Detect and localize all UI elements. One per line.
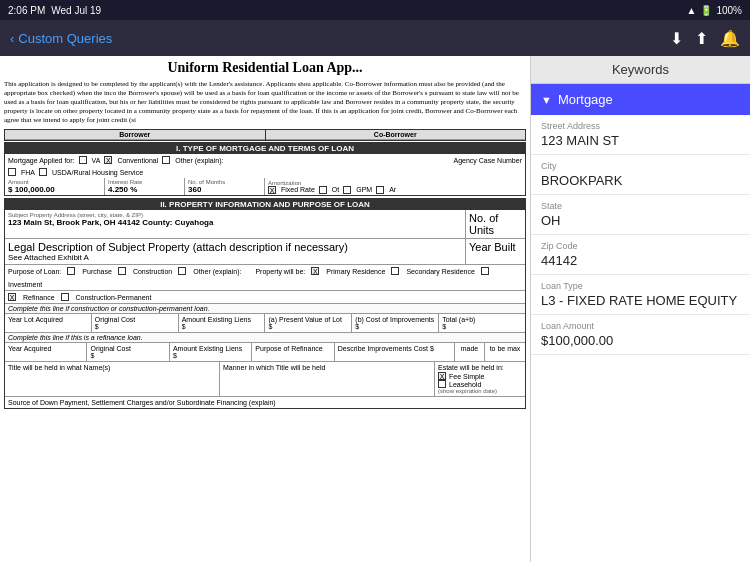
existing-liens-val: $: [182, 323, 262, 330]
property-address-value: 123 Main St, Brook Park, OH 44142 County…: [8, 218, 462, 227]
usda-checkbox[interactable]: [39, 168, 47, 176]
status-day: Wed Jul 19: [51, 5, 101, 16]
section2-header: II. PROPERTY INFORMATION AND PURPOSE OF …: [5, 199, 525, 210]
document-intro: This application is designed to be compl…: [4, 80, 526, 125]
keyword-label-0: Street Address: [541, 121, 740, 131]
months-value: 360: [188, 185, 261, 194]
status-time: 2:06 PM: [8, 5, 45, 16]
keyword-value-4: L3 - FIXED RATE HOME EQUITY: [541, 293, 740, 308]
keyword-value-3: 44142: [541, 253, 740, 268]
other-checkbox[interactable]: [162, 156, 170, 164]
keyword-label-3: Zip Code: [541, 241, 740, 251]
fee-simple-checkbox[interactable]: X: [438, 372, 446, 380]
construction-checkbox[interactable]: [118, 267, 126, 275]
main-content: Uniform Residential Loan App... This app…: [0, 56, 750, 562]
agency-case-label: Agency Case Number: [454, 157, 522, 164]
gpm-checkbox[interactable]: [343, 186, 351, 194]
share-icon[interactable]: ⬆: [695, 29, 708, 48]
fee-simple-label: Fee Simple: [449, 373, 484, 380]
investment-checkbox[interactable]: [481, 267, 489, 275]
const-perm-label: Construction-Permanent: [76, 294, 152, 301]
orig-cost-label: Original Cost: [95, 316, 175, 323]
mortgage-type-row: Mortgage Applied for: VA X Conventional …: [5, 154, 525, 166]
back-button[interactable]: ‹ Custom Queries: [10, 31, 112, 46]
source-row: Source of Down Payment, Settlement Charg…: [5, 397, 525, 408]
notification-icon[interactable]: 🔔: [720, 29, 740, 48]
nav-bar: ‹ Custom Queries ⬇ ⬆ 🔔: [0, 20, 750, 56]
refinance-label: Refinance: [23, 294, 55, 301]
keyword-label-1: City: [541, 161, 740, 171]
keyword-value-5: $100,000.00: [541, 333, 740, 348]
const-perm-checkbox[interactable]: [61, 293, 69, 301]
keyword-field-4: Loan Type L3 - FIXED RATE HOME EQUITY: [531, 275, 750, 315]
primary-label: Primary Residence: [326, 268, 385, 275]
manner-label: Manner in which Title will be held: [223, 364, 431, 371]
va-checkbox[interactable]: [79, 156, 87, 164]
refi-orig-cost-val: $: [90, 352, 165, 359]
wifi-icon: ▲: [687, 5, 697, 16]
other-purpose-label: Other (explain):: [193, 268, 241, 275]
total-val: $: [442, 323, 522, 330]
property-will-be-label: Property will be:: [255, 268, 305, 275]
keyword-field-0: Street Address 123 MAIN ST: [531, 115, 750, 155]
refi-orig-cost-label: Original Cost: [90, 345, 165, 352]
keyword-field-2: State OH: [531, 195, 750, 235]
other-amort-checkbox[interactable]: [319, 186, 327, 194]
refi-existing-liens-label: Amount Existing Liens: [173, 345, 248, 352]
va-label: VA: [92, 157, 101, 164]
dropdown-arrow-icon: ▼: [541, 94, 552, 106]
fha-label: FHA: [21, 169, 35, 176]
to-be-max-label: to be max: [488, 345, 522, 352]
refinance-table-header: Complete this line if this is a refinanc…: [5, 333, 525, 343]
interest-value: 4.250 %: [108, 185, 181, 194]
total-label: Total (a+b): [442, 316, 522, 323]
no-units-label: No. of Units: [469, 212, 522, 236]
mortgage-dropdown[interactable]: ▼ Mortgage: [531, 84, 750, 115]
keyword-label-5: Loan Amount: [541, 321, 740, 331]
fixed-rate-label: Fixed Rate: [281, 186, 315, 193]
back-label[interactable]: Custom Queries: [18, 31, 112, 46]
battery-icon: 🔋: [700, 5, 712, 16]
arm-checkbox[interactable]: [376, 186, 384, 194]
document-area: Uniform Residential Loan App... This app…: [0, 56, 530, 562]
loan-terms-row: Amount $ 100,000.00 Interest Rate 4.250 …: [5, 178, 525, 195]
keyword-field-5: Loan Amount $100,000.00: [531, 315, 750, 355]
dropdown-label: Mortgage: [558, 92, 613, 107]
other-purpose-checkbox[interactable]: [178, 267, 186, 275]
fha-checkbox[interactable]: [8, 168, 16, 176]
refi-existing-liens-val: $: [173, 352, 248, 359]
secondary-checkbox[interactable]: [391, 267, 399, 275]
present-value-val: $: [268, 323, 348, 330]
primary-checkbox[interactable]: X: [311, 267, 319, 275]
leasehold-checkbox[interactable]: [438, 380, 446, 388]
construction-label: Construction: [133, 268, 172, 275]
purpose-refi-label: Purpose of Refinance: [255, 345, 330, 352]
keyword-fields-container: Street Address 123 MAIN ST City BROOKPAR…: [531, 115, 750, 355]
source-label: Source of Down Payment, Settlement Charg…: [8, 399, 276, 406]
refinance-checkbox[interactable]: X: [8, 293, 16, 301]
purchase-checkbox[interactable]: [67, 267, 75, 275]
keyword-label-2: State: [541, 201, 740, 211]
year-built-label: Year Built: [469, 241, 522, 253]
keyword-value-0: 123 MAIN ST: [541, 133, 740, 148]
amount-value: $ 100,000.00: [8, 185, 101, 194]
battery-percent: 100%: [716, 5, 742, 16]
purchase-label: Purchase: [82, 268, 112, 275]
keyword-value-2: OH: [541, 213, 740, 228]
leasehold-label: Leasehold: [449, 381, 481, 388]
keyword-field-1: City BROOKPARK: [531, 155, 750, 195]
investment-label: Investment: [8, 281, 42, 288]
conventional-checkbox[interactable]: X: [104, 156, 112, 164]
legal-desc-label: Legal Description of Subject Property (a…: [8, 241, 462, 253]
section1-header: I. TYPE OF MORTGAGE AND TERMS OF LOAN: [5, 143, 525, 154]
download-icon[interactable]: ⬇: [670, 29, 683, 48]
purpose-label: Purpose of Loan:: [8, 268, 61, 275]
keyword-field-3: Zip Code 44142: [531, 235, 750, 275]
cost-improvements-val: $: [355, 323, 435, 330]
keyword-label-4: Loan Type: [541, 281, 740, 291]
other-amort-label: Ot: [332, 186, 339, 193]
fixed-rate-checkbox[interactable]: X: [268, 186, 276, 194]
estate-label: Estate will be held in:: [438, 364, 522, 371]
cost-improvements-label: (b) Cost of Improvements: [355, 316, 435, 323]
title-held-label: Title will be held in what Name(s): [8, 364, 216, 371]
